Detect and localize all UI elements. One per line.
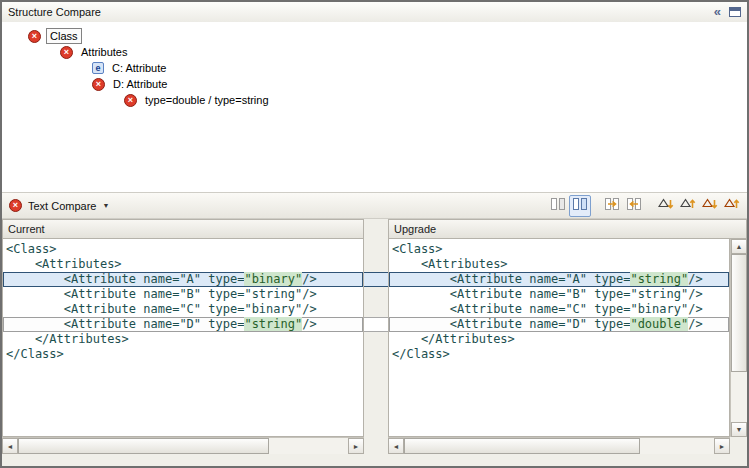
code-line[interactable]: <Class>: [389, 242, 729, 257]
restore-icon[interactable]: [729, 7, 741, 17]
scroll-up-arrow[interactable]: ▲: [731, 239, 747, 254]
vertical-scroll-thumb[interactable]: [731, 254, 747, 372]
text-compare-title: Text Compare: [28, 200, 96, 212]
collapse-icon[interactable]: «: [714, 6, 721, 18]
diff-token: "string": [630, 272, 688, 286]
ancestor-pane-button[interactable]: [547, 195, 569, 217]
delta-down-icon: [658, 196, 674, 216]
scroll-down-arrow[interactable]: ▼: [731, 422, 747, 437]
change-icon: ×: [9, 199, 22, 212]
tree-item-label: type=double / type=string: [142, 93, 272, 107]
scrollbar-corner: [730, 437, 747, 454]
code-line[interactable]: <Attribute name="A" type="binary"/>: [3, 272, 363, 287]
delta-up-amber-icon: [724, 196, 740, 216]
scroll-left-arrow[interactable]: ◄: [2, 438, 18, 454]
next-difference-button[interactable]: [655, 195, 677, 217]
left-horizontal-scroll-track[interactable]: [18, 438, 348, 454]
side-by-side-icon: [572, 196, 588, 216]
diff-gutter: [364, 239, 388, 437]
two-way-compare-button[interactable]: [569, 195, 591, 217]
code-line[interactable]: <Attribute name="C" type="binary"/>: [3, 302, 363, 317]
code-line[interactable]: <Attributes>: [389, 257, 729, 272]
change-icon: ×: [92, 78, 105, 91]
scrollbar-gap: [364, 437, 388, 454]
diff-token: "double": [630, 317, 688, 331]
code-line[interactable]: <Attribute name="D" type="double"/>: [389, 317, 729, 332]
structure-compare-title: Structure Compare: [8, 6, 101, 18]
code-line[interactable]: <Attribute name="C" type="binary"/>: [389, 302, 729, 317]
code-line[interactable]: <Attribute name="D" type="string"/>: [3, 317, 363, 332]
code-line[interactable]: </Attributes>: [389, 332, 729, 347]
code-line[interactable]: <Attribute name="B" type="string"/>: [3, 287, 363, 302]
copy-right-icon: [604, 196, 620, 216]
scroll-right-arrow[interactable]: ►: [348, 438, 364, 454]
tree-item-label: C: Attribute: [109, 61, 169, 75]
code-line[interactable]: <Attribute name="A" type="string"/>: [389, 272, 729, 287]
compare-toolbar: [547, 195, 743, 217]
delta-down-amber-icon: [702, 196, 718, 216]
right-horizontal-scroll-thumb[interactable]: [404, 438, 640, 454]
structure-header-icons: «: [714, 6, 741, 18]
right-horizontal-scrollbar[interactable]: ◄ ►: [388, 437, 730, 454]
tree-item-label: D: Attribute: [110, 77, 170, 91]
code-line[interactable]: <Class>: [3, 242, 363, 257]
change-icon: ×: [124, 94, 137, 107]
window-bottom-edge: [2, 454, 747, 466]
previous-difference-button[interactable]: [677, 195, 699, 217]
tree-item[interactable]: ×D: Attribute: [2, 76, 747, 92]
vertical-scrollbar[interactable]: ▲ ▼: [730, 239, 747, 437]
diff-token: "binary": [244, 272, 302, 286]
compare-editors: <Class> <Attributes> <Attribute name="A"…: [2, 239, 747, 437]
left-horizontal-scroll-thumb[interactable]: [18, 438, 269, 454]
delta-up-icon: [680, 196, 696, 216]
header-gutter: [364, 219, 388, 239]
diff-connector[interactable]: [364, 317, 388, 332]
ancestor-pane-icon: [550, 196, 566, 216]
pane-headers: Current Upgrade: [2, 219, 747, 239]
left-pane-title: Current: [2, 219, 364, 239]
tree-item[interactable]: ×Attributes: [2, 44, 747, 60]
previous-change-button[interactable]: [721, 195, 743, 217]
tree-item[interactable]: ×type=double / type=string: [2, 92, 747, 108]
copy-left-to-right-button[interactable]: [601, 195, 623, 217]
code-line[interactable]: <Attribute name="B" type="string"/>: [389, 287, 729, 302]
right-pane-title: Upgrade: [388, 219, 747, 239]
scroll-right-arrow[interactable]: ►: [714, 438, 730, 454]
next-change-button[interactable]: [699, 195, 721, 217]
compare-editor-window: Structure Compare « ×Class×AttributeseC:…: [0, 0, 749, 468]
text-compare-header: × Text Compare ▼: [2, 192, 747, 219]
structure-compare-header: Structure Compare «: [2, 2, 747, 22]
code-line[interactable]: <Attributes>: [3, 257, 363, 272]
change-icon: ×: [60, 46, 73, 59]
right-editor[interactable]: <Class> <Attributes> <Attribute name="A"…: [388, 239, 730, 437]
tree-item[interactable]: ×Class: [2, 28, 747, 44]
structure-tree: ×Class×AttributeseC: Attribute×D: Attrib…: [2, 22, 747, 192]
diff-token: "string": [244, 317, 302, 331]
code-line[interactable]: </Class>: [389, 347, 729, 362]
chevron-down-icon[interactable]: ▼: [102, 202, 109, 209]
tree-item-label: Class: [46, 28, 82, 44]
change-icon: ×: [28, 30, 41, 43]
left-editor[interactable]: <Class> <Attributes> <Attribute name="A"…: [2, 239, 364, 437]
right-horizontal-scroll-track[interactable]: [404, 438, 714, 454]
copy-right-to-left-button[interactable]: [623, 195, 645, 217]
horizontal-scrollbar-row: ◄ ► ◄ ►: [2, 437, 747, 454]
diff-connector-selected[interactable]: [364, 272, 388, 287]
vertical-scroll-track[interactable]: [731, 254, 747, 422]
left-horizontal-scrollbar[interactable]: ◄ ►: [2, 437, 364, 454]
scroll-left-arrow[interactable]: ◄: [388, 438, 404, 454]
code-line[interactable]: </Attributes>: [3, 332, 363, 347]
copy-left-icon: [626, 196, 642, 216]
tree-item[interactable]: eC: Attribute: [2, 60, 747, 76]
element-icon: e: [92, 62, 104, 74]
tree-item-label: Attributes: [78, 45, 130, 59]
code-line[interactable]: </Class>: [3, 347, 363, 362]
